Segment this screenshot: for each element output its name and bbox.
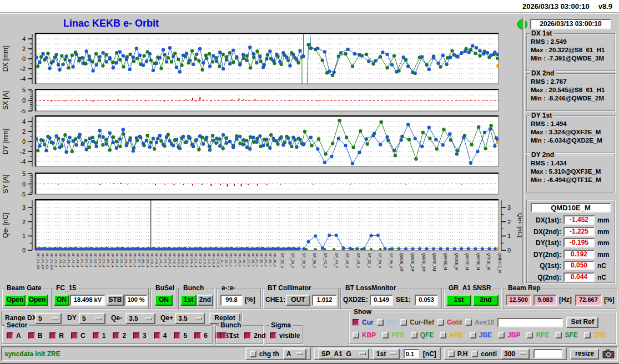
checkbox-item-sector-5[interactable]: 5: [174, 332, 187, 340]
show-pfe-label: PFE: [391, 331, 404, 339]
sector-4-checkbox[interactable]: [154, 332, 160, 339]
checkbox-item-show-gold[interactable]: Gold: [437, 318, 462, 326]
resize-button[interactable]: resize: [570, 348, 599, 360]
beam-gate-open2-button[interactable]: Open: [27, 295, 48, 306]
checkbox-item-show-jbp[interactable]: JBP: [498, 331, 520, 339]
checkbox-item-show-are[interactable]: ARE: [440, 331, 463, 339]
svg-text:SP_56_4: SP_56_4: [389, 253, 393, 268]
svg-text:5: 5: [22, 170, 26, 177]
checkbox-item-show-rfe[interactable]: RFE: [526, 331, 549, 339]
sector-a-checkbox[interactable]: [7, 332, 13, 339]
sigma-visible-checkbox[interactable]: [270, 332, 276, 339]
show-gold-checkbox[interactable]: [437, 319, 444, 326]
ref-name-input[interactable]: [497, 318, 563, 327]
sector-b-checkbox[interactable]: [28, 332, 35, 339]
show-rfe-checkbox[interactable]: [526, 332, 533, 338]
checkbox-item-show-jbe[interactable]: JBE: [470, 331, 492, 339]
count-input[interactable]: [534, 349, 562, 358]
bunch-1st-checkbox[interactable]: [220, 332, 227, 339]
range-qem-dropdown[interactable]: 3.5: [125, 313, 155, 324]
ph-checkbox[interactable]: [448, 351, 455, 357]
count-dropdown[interactable]: 300: [501, 348, 530, 360]
chg-th-item[interactable]: chg th: [250, 350, 279, 358]
checkbox-item-sector-r[interactable]: R: [49, 332, 64, 340]
checkbox-item-sector-2[interactable]: 2: [113, 332, 126, 340]
svg-text:SX [A]: SX [A]: [2, 91, 9, 110]
checkbox-item-bunch-2nd[interactable]: 2nd: [244, 332, 265, 340]
qmd-readout-panel: QMD10E_M DX(1st):-1.452mm DX(2nd):-1.225…: [526, 200, 615, 283]
svg-text:SP_B8_2: SP_B8_2: [142, 253, 145, 267]
checkbox-item-sector-c[interactable]: C: [71, 332, 85, 340]
bunch-dropdown[interactable]: 1st: [373, 348, 400, 360]
checkbox-item-show-ave10[interactable]: Ave10: [465, 318, 494, 326]
svg-text:QTF1E_M: QTF1E_M: [486, 253, 491, 270]
range-dx-dropdown[interactable]: 5: [35, 313, 62, 324]
checkbox-item-show-zre[interactable]: ZRE: [584, 331, 607, 339]
ph-item[interactable]: P.H: [448, 350, 467, 358]
svg-text:QXF3E_M: QXF3E_M: [476, 253, 480, 270]
bunch-2nd-button[interactable]: 2nd: [197, 295, 213, 306]
checkbox-item-sector-b[interactable]: B: [28, 332, 43, 340]
checkbox-item-show-cur-ref[interactable]: Cur-Ref: [400, 318, 434, 326]
conti-checkbox[interactable]: [471, 351, 478, 357]
busel-on-button[interactable]: ON: [155, 295, 173, 306]
show-jbe-checkbox[interactable]: [470, 332, 476, 338]
busel-title: BuSel: [154, 284, 176, 292]
checkbox-item-show-sfe[interactable]: SFE: [555, 331, 577, 339]
bunch-2nd-checkbox[interactable]: [244, 332, 251, 339]
show-qfe-checkbox[interactable]: [411, 332, 417, 338]
camera-icon[interactable]: [602, 349, 615, 358]
checkbox-item-show-pfe[interactable]: PFE: [382, 331, 404, 339]
checkbox-item-sector-6[interactable]: 6: [194, 332, 208, 340]
show-cur-checkbox[interactable]: [353, 319, 359, 326]
gr-a1-2nd-button[interactable]: 2nd: [473, 295, 499, 306]
checkbox-item-sector-1[interactable]: 1: [93, 332, 106, 340]
qmd-row-dy2: DY(2nd):0.192mm: [527, 250, 615, 261]
beam-gate-open1-button[interactable]: Open: [4, 295, 26, 306]
sector-c-checkbox[interactable]: [71, 332, 78, 339]
stats-dy-1st-title: DY 1st: [530, 112, 553, 119]
sector-3-checkbox[interactable]: [133, 332, 140, 339]
fc15-stb-button[interactable]: STB: [107, 295, 124, 306]
sector-6-checkbox[interactable]: [194, 332, 201, 339]
checkbox-item-show-kbp[interactable]: KBP: [353, 331, 376, 339]
bt-collimator-out-button[interactable]: OUT: [286, 295, 310, 306]
checkbox-item-bunch-1st[interactable]: 1st: [220, 332, 239, 340]
sector-5-checkbox[interactable]: [174, 332, 180, 339]
show-ref-checkbox[interactable]: [377, 319, 384, 326]
checkbox-item-show-ref[interactable]: Ref: [377, 318, 397, 326]
chg-th-checkbox[interactable]: [250, 351, 256, 357]
svg-text:SP_A2_4: SP_A2_4: [59, 253, 62, 267]
range-qep-dropdown[interactable]: 3.5: [175, 313, 205, 324]
show-cur-ref-checkbox[interactable]: [400, 319, 407, 326]
sigma-visible-label: visible: [279, 332, 300, 340]
checkbox-item-sector-4[interactable]: 4: [154, 332, 167, 340]
show-zre-checkbox[interactable]: [584, 332, 591, 338]
sector-r-checkbox[interactable]: [49, 332, 56, 339]
show-pfe-checkbox[interactable]: [382, 332, 389, 338]
checkbox-item-sector-3[interactable]: 3: [133, 332, 147, 340]
fc15-on-button[interactable]: ON: [54, 295, 69, 306]
bunch-1st-button[interactable]: 1st: [180, 295, 197, 306]
show-sfe-checkbox[interactable]: [555, 332, 562, 338]
svg-text:QWDE_1M: QWDE_1M: [399, 253, 404, 271]
mode-dropdown[interactable]: A: [283, 348, 306, 360]
checkbox-item-sigma-visible[interactable]: visible: [270, 332, 300, 340]
show-jbp-checkbox[interactable]: [498, 332, 505, 338]
svg-text:QAF1E_M: QAF1E_M: [443, 253, 447, 270]
sector-2-checkbox[interactable]: [113, 332, 119, 339]
set-ref-button[interactable]: Set Ref: [566, 317, 598, 328]
show-are-checkbox[interactable]: [440, 332, 446, 338]
show-kbp-checkbox[interactable]: [353, 332, 359, 338]
checkbox-item-show-qfe[interactable]: QFE: [411, 331, 434, 339]
checkbox-item-show-cur[interactable]: Cur: [353, 318, 374, 326]
conti-item[interactable]: conti: [471, 350, 497, 358]
gr-a1-1st-button[interactable]: 1st: [446, 295, 471, 306]
show-ave10-checkbox[interactable]: [465, 319, 472, 326]
sector-1-checkbox[interactable]: [93, 332, 99, 339]
checkbox-item-sector-a[interactable]: A: [7, 332, 21, 340]
threshold-input[interactable]: [404, 349, 419, 358]
sp-dropdown[interactable]: SP_A1_G: [318, 348, 369, 360]
range-dy-dropdown[interactable]: 5: [79, 313, 105, 324]
svg-text:SP_C6_4: SP_C6_4: [217, 253, 220, 267]
